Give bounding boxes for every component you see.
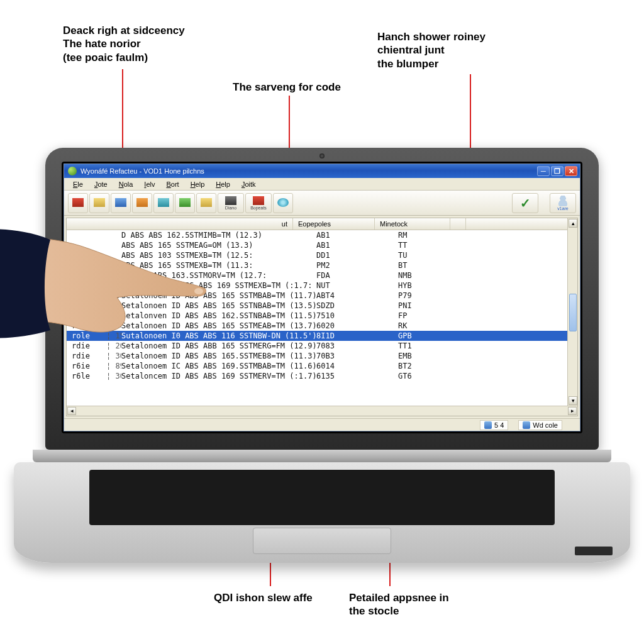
globe-icon — [277, 198, 289, 207]
status-icon — [484, 421, 492, 429]
save-icon — [115, 198, 126, 207]
menu-item[interactable]: Joitk — [236, 179, 261, 189]
menu-item[interactable]: Help — [186, 179, 210, 189]
user-icon — [557, 195, 569, 206]
menu-item[interactable]: Nola — [114, 179, 138, 189]
column-eopepoles[interactable]: Eopepoles — [293, 218, 375, 230]
horizontal-scrollbar[interactable]: ◂ ▸ — [67, 406, 577, 416]
scroll-thumb[interactable] — [569, 294, 577, 331]
brand-badge — [575, 547, 613, 555]
stop-icon — [253, 196, 264, 205]
keyboard — [89, 470, 555, 525]
toolbar-button[interactable] — [196, 193, 216, 213]
status-pane-right: Wd cole — [518, 420, 562, 430]
maximize-button[interactable]: ❐ — [551, 166, 564, 176]
window-controls: ─ ❐ ✕ — [537, 166, 577, 176]
title-bar[interactable]: Wyonáfé Refacteu - VOD1 Hone pilchns ─ ❐… — [64, 164, 580, 178]
scroll-corner — [450, 218, 466, 230]
table-row[interactable]: r6ie¦ 34ID ABS ABS 163.SSTMORV=TM (12.7:… — [67, 270, 577, 280]
scroll-left-icon[interactable]: ◂ — [67, 407, 76, 415]
toolbar-button[interactable]: Bopeats — [245, 193, 272, 213]
table-row[interactable]: rdie¦ 30Setalonoem ID ABS ABS 165.SSTMEB… — [67, 351, 577, 361]
toolbar-button[interactable] — [273, 193, 293, 213]
toolbar: Diano Bopeats v1are — [64, 191, 580, 216]
folder-icon — [201, 198, 212, 207]
table-row[interactable]: role¦ 15Sutalonoen I0 ABS ABS 116 SSTNBW… — [67, 331, 577, 341]
status-pane-left: 5 4 — [480, 420, 508, 430]
user-button[interactable]: v1are — [550, 193, 576, 213]
table-row[interactable]: ıdle¦ 30Setalonoem ID ABS ABS 165 SSTMBA… — [67, 291, 577, 301]
table-row[interactable]: ABS ABS 103 SSTMEXB=TM (12.5:DD1TU — [67, 250, 577, 260]
close-button[interactable]: ✕ — [565, 166, 577, 176]
toolbar-button[interactable] — [132, 193, 152, 213]
grid-body[interactable]: D ABS ABS 162.5STMIMB=TM (12.3)AB1RMABS … — [67, 230, 577, 406]
laptop-hinge — [33, 450, 611, 462]
disk-icon — [225, 196, 236, 205]
table-row[interactable]: r6ie¦ 89Setalonoem IC ABS ABS 169.SSTMBA… — [67, 361, 577, 371]
application-window: Wyonáfé Refacteu - VOD1 Hone pilchns ─ ❐… — [64, 164, 580, 431]
annotation-bottom-left: QDI ishon slew affe — [214, 591, 313, 604]
table-row[interactable]: r6le¦ 30Setaloncem ID ABS ABS 169 SSTMER… — [67, 371, 577, 381]
menu-item[interactable]: Ielv — [139, 179, 160, 189]
table-row[interactable]: ABS ABS 165 SSTMEAG=OM (13.3)AB1TT — [67, 240, 577, 250]
toolbar-button[interactable]: Diano — [218, 193, 244, 213]
app-icon — [68, 167, 77, 175]
table-row[interactable]: D ABS ABS 162.5STMIMB=TM (12.3)AB1RM — [67, 230, 577, 240]
vertical-scrollbar[interactable]: ▴ ▾ — [567, 218, 577, 406]
table-row[interactable]: ed!ABS ABS 165 SSTMEXB=TM (11.3:PM2BT — [67, 260, 577, 270]
table-row[interactable]: rdie¦ 20Setalonoem ID ABS ABB 165 SSTMER… — [67, 341, 577, 351]
trackpad — [253, 528, 391, 554]
toolbar-button[interactable] — [111, 193, 131, 213]
status-bar: 5 4 Wd cole — [64, 418, 580, 431]
window-title: Wyonáfé Refacteu - VOD1 Hone pilchns — [80, 167, 537, 175]
camera-dot — [319, 153, 325, 158]
screen-bezel: Wyonáfé Refacteu - VOD1 Hone pilchns ─ ❐… — [45, 148, 599, 450]
export-icon — [136, 198, 148, 207]
menu-item[interactable]: Jote — [89, 179, 113, 189]
annotation-top-left: Deack righ at sidceency The hate norior … — [63, 24, 185, 64]
scroll-right-icon[interactable]: ▸ — [568, 407, 577, 415]
screen: Wyonáfé Refacteu - VOD1 Hone pilchns ─ ❐… — [62, 162, 582, 433]
window-icon — [158, 198, 169, 207]
annotation-top-right: Hanch shower roiney chientral junt the b… — [377, 30, 486, 70]
open-icon — [94, 198, 105, 207]
minimize-button[interactable]: ─ — [537, 166, 550, 176]
status-icon — [523, 421, 530, 429]
table-row[interactable]: r6ie¦ 20Setalonven ID ABS ABS 162.SSTNBA… — [67, 311, 577, 321]
refresh-icon — [179, 198, 191, 207]
column-ut[interactable]: ut — [67, 218, 293, 230]
scroll-up-icon[interactable]: ▴ — [569, 219, 577, 228]
menu-item[interactable]: Bort — [161, 179, 184, 189]
toolbar-button[interactable] — [89, 193, 109, 213]
table-row[interactable]: r6le¦ 30Setalonen ID ABS ABS 169 SSTMEXB… — [67, 280, 577, 291]
laptop-deck — [14, 462, 630, 563]
toolbar-button[interactable] — [153, 193, 174, 213]
confirm-button[interactable] — [512, 193, 538, 213]
column-minetock[interactable]: Minetock — [375, 218, 450, 230]
toolbar-button[interactable] — [175, 193, 195, 213]
scroll-down-icon[interactable]: ▾ — [569, 396, 577, 405]
table-row[interactable]: r6le¦ 20Setalonoen ID ABS ABS 165 SSTMEA… — [67, 321, 577, 331]
data-grid: ut Eopepoles Minetock D ABS ABS 162.5STM… — [66, 218, 578, 416]
pdf-icon — [72, 198, 84, 207]
table-row[interactable]: r6ie¦ 30Setalonoen ID ABS ABS 165 SSTNBA… — [67, 301, 577, 311]
annotation-bottom-right: Petailed appsnee in the stocle — [349, 591, 449, 618]
menu-item[interactable]: Ele — [68, 179, 88, 189]
laptop: Wyonáfé Refacteu - VOD1 Hone pilchns ─ ❐… — [45, 148, 599, 563]
menu-item[interactable]: Help — [211, 179, 235, 189]
grid-header[interactable]: ut Eopepoles Minetock — [67, 218, 577, 230]
annotation-top-center: The sarveng for code — [233, 80, 341, 94]
menu-bar[interactable]: Ele Jote Nola Ielv Bort Help Help Joitk — [64, 178, 580, 191]
toolbar-button[interactable] — [68, 193, 88, 213]
